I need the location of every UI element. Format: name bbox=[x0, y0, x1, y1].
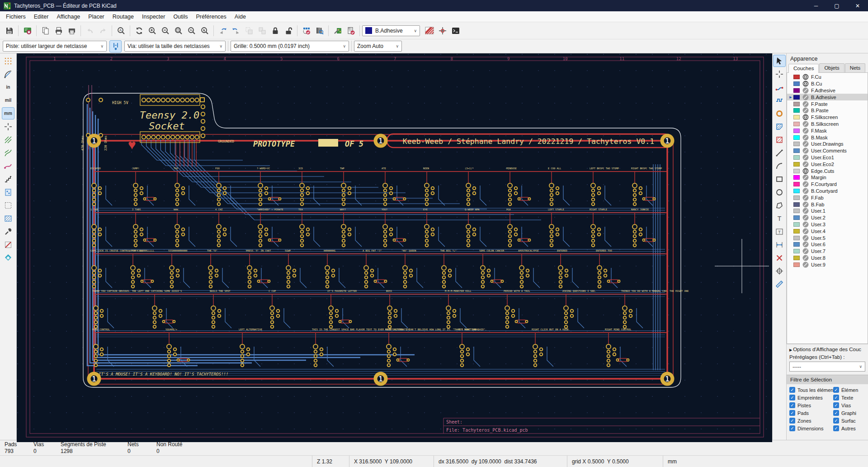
add-dimension-tool[interactable] bbox=[773, 238, 786, 251]
visibility-off-icon[interactable] bbox=[802, 188, 809, 194]
zone-fill-mode-button[interactable] bbox=[2, 212, 14, 224]
layer-color-swatch[interactable] bbox=[793, 249, 800, 253]
visibility-off-icon[interactable] bbox=[802, 241, 809, 248]
presets-select[interactable]: ----- ∨ bbox=[789, 362, 865, 372]
visibility-off-icon[interactable] bbox=[802, 154, 809, 161]
filter-pads[interactable]: ✓Pads bbox=[789, 410, 833, 416]
layer-row-B.Mask[interactable]: B.Mask bbox=[787, 134, 868, 141]
filter-pistes[interactable]: ✓Pistes bbox=[789, 402, 833, 408]
visibility-off-icon[interactable] bbox=[802, 141, 809, 147]
select-tool[interactable] bbox=[773, 55, 786, 67]
unlock-button[interactable] bbox=[282, 24, 294, 37]
layer-color-swatch[interactable] bbox=[793, 81, 800, 86]
menu-aide[interactable]: Aide bbox=[231, 12, 250, 21]
visibility-off-icon[interactable] bbox=[802, 228, 809, 234]
layer-color-swatch[interactable] bbox=[793, 129, 800, 133]
layer-display-options-toggle[interactable]: ▶Options d'Affichage des Couc bbox=[787, 344, 868, 353]
layer-row-F.Paste[interactable]: F.Paste bbox=[787, 100, 868, 107]
visibility-off-icon[interactable] bbox=[802, 195, 809, 201]
visibility-off-icon[interactable] bbox=[802, 248, 809, 254]
visibility-off-icon[interactable] bbox=[802, 94, 809, 100]
refresh-view-button[interactable] bbox=[133, 24, 145, 37]
pcb-canvas[interactable]: 12345678910111213 Sheet: File: Tachytero… bbox=[17, 53, 772, 440]
layer-color-swatch[interactable] bbox=[793, 95, 800, 100]
layer-color-swatch[interactable] bbox=[793, 182, 800, 186]
via-size-combo[interactable]: Via: utiliser la taille des netclasses ∨ bbox=[124, 41, 226, 52]
ratsnest-visibility-button[interactable] bbox=[2, 133, 14, 146]
visibility-off-icon[interactable] bbox=[802, 134, 809, 141]
high-contrast-mode-button[interactable] bbox=[2, 252, 14, 264]
add-textbox-tool[interactable]: T bbox=[773, 225, 786, 238]
visibility-off-icon[interactable] bbox=[802, 128, 809, 134]
page-settings-button[interactable] bbox=[39, 24, 52, 37]
layer-row-User.1[interactable]: User.1 bbox=[787, 208, 868, 214]
measure-tool[interactable] bbox=[773, 278, 786, 290]
tune-length-tool[interactable] bbox=[773, 94, 786, 106]
track-width-combo[interactable]: Piste: utiliser largeur de netclasse ∨ bbox=[3, 41, 107, 52]
filter-vias[interactable]: ✓Vias bbox=[833, 402, 868, 408]
layer-color-swatch[interactable] bbox=[793, 142, 800, 146]
units-mm-button[interactable]: mm bbox=[2, 107, 14, 119]
zoom-fit-button[interactable] bbox=[172, 24, 184, 37]
sketch-pads-button[interactable] bbox=[2, 186, 14, 198]
visibility-off-icon[interactable] bbox=[802, 121, 809, 127]
menu-inspecter[interactable]: Inspecter bbox=[138, 12, 169, 21]
layer-row-F.Cu[interactable]: F.Cu bbox=[787, 74, 868, 81]
layer-row-User.Eco1[interactable]: User.Eco1 bbox=[787, 154, 868, 161]
layer-color-swatch[interactable] bbox=[793, 148, 800, 153]
layer-row-User.5[interactable]: User.5 bbox=[787, 234, 868, 241]
layer-row-User.6[interactable]: User.6 bbox=[787, 241, 868, 248]
visibility-off-icon[interactable] bbox=[802, 87, 809, 94]
tab-nets[interactable]: Nets bbox=[845, 63, 866, 72]
grid-visibility-button[interactable] bbox=[2, 55, 14, 67]
maximize-button[interactable]: ▢ bbox=[826, 0, 847, 11]
draw-line-tool[interactable] bbox=[773, 147, 786, 159]
polar-coordinates-button[interactable] bbox=[2, 68, 14, 80]
menu-fichiers[interactable]: Fichiers bbox=[2, 12, 30, 21]
visibility-off-icon[interactable] bbox=[802, 208, 809, 214]
curved-ratsnest-button[interactable] bbox=[2, 147, 14, 159]
sketch-tracks-button[interactable] bbox=[2, 173, 14, 185]
visibility-off-icon[interactable] bbox=[802, 214, 809, 221]
visibility-on-icon[interactable] bbox=[802, 168, 809, 174]
add-via-tool[interactable] bbox=[773, 107, 786, 119]
drc-button[interactable] bbox=[344, 24, 357, 37]
sketch-vias-button[interactable] bbox=[2, 199, 14, 211]
visibility-on-icon[interactable] bbox=[802, 74, 809, 80]
find-button[interactable]: A bbox=[115, 24, 127, 37]
add-zone-tool[interactable] bbox=[773, 120, 786, 133]
layer-row-User.2[interactable]: User.2 bbox=[787, 214, 868, 221]
layer-color-swatch[interactable] bbox=[793, 169, 800, 173]
draw-polygon-tool[interactable] bbox=[773, 199, 786, 211]
draw-arc-tool[interactable] bbox=[773, 160, 786, 172]
visibility-off-icon[interactable] bbox=[802, 101, 809, 107]
auto-track-width-button[interactable] bbox=[109, 40, 122, 52]
layer-row-B.Adhesive[interactable]: ▶B.Adhesive bbox=[787, 94, 868, 100]
plot-button[interactable] bbox=[66, 24, 78, 37]
menu-preferences[interactable]: Préférences bbox=[192, 12, 230, 21]
visibility-off-icon[interactable] bbox=[802, 255, 809, 261]
filter-dimensions[interactable]: ✓Dimensions bbox=[789, 425, 833, 431]
visibility-off-icon[interactable] bbox=[802, 201, 809, 208]
delete-tool[interactable] bbox=[773, 252, 786, 264]
close-button[interactable]: ✕ bbox=[847, 0, 868, 11]
layer-row-User.3[interactable]: User.3 bbox=[787, 221, 868, 228]
layer-row-B.Silkscreen[interactable]: B.Silkscreen bbox=[787, 121, 868, 128]
units-mils-button[interactable]: mil bbox=[2, 94, 14, 106]
layer-color-swatch[interactable] bbox=[793, 155, 800, 160]
layer-color-swatch[interactable] bbox=[793, 195, 800, 200]
layer-row-User.7[interactable]: User.7 bbox=[787, 248, 868, 255]
active-layer-combo[interactable]: B.Adhesive ∨ bbox=[362, 25, 420, 36]
layer-color-swatch[interactable] bbox=[793, 102, 800, 106]
layer-color-swatch[interactable] bbox=[793, 135, 800, 140]
route-tracks-tool[interactable] bbox=[773, 81, 786, 93]
filter-surfac[interactable]: ✓Surfac bbox=[833, 418, 868, 424]
layer-color-swatch[interactable] bbox=[793, 115, 800, 119]
scripting-console-button[interactable] bbox=[449, 24, 462, 37]
layer-color-swatch[interactable] bbox=[793, 108, 800, 113]
visibility-off-icon[interactable] bbox=[802, 161, 809, 167]
menu-outils[interactable]: Outils bbox=[169, 12, 192, 21]
layer-color-swatch[interactable] bbox=[793, 215, 800, 220]
layer-color-swatch[interactable] bbox=[793, 162, 800, 167]
layer-color-swatch[interactable] bbox=[793, 75, 800, 79]
